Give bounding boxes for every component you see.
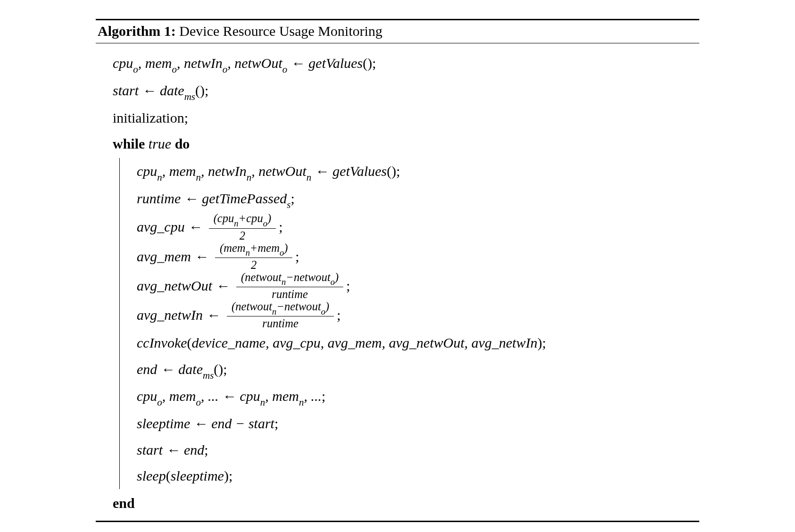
algorithm-header: Algorithm 1: Device Resource Usage Monit…	[96, 20, 699, 43]
algorithm-body: cpuo, memo, netwIno, netwOuto ← getValue…	[96, 43, 699, 521]
while-block: cpun, memn, netwInn, netwOutn ← getValue…	[119, 158, 697, 489]
code-line: ccInvoke(device_name, avg_cpu, avg_mem, …	[137, 330, 697, 356]
algorithm-number: 1	[164, 23, 171, 39]
code-line: runtime ← getTimePasseds;	[137, 185, 697, 213]
code-line: avg_netwIn ← (netwoutn−netwouto) runtime…	[137, 300, 697, 330]
algorithm-block: Algorithm 1: Device Resource Usage Monit…	[96, 19, 699, 522]
code-line: avg_cpu ← (cpun+cpuo) 2 ;	[137, 212, 697, 241]
code-line: while true do	[113, 131, 697, 157]
code-line: sleeptime ← end − start;	[137, 410, 697, 437]
code-line: cpuo, memo, ... ← cpun, memn, ...;	[137, 383, 697, 410]
code-line: avg_mem ← (memn+memo) 2 ;	[137, 242, 697, 271]
algorithm-title: Device Resource Usage Monitoring	[179, 23, 382, 39]
code-line: end ← datems();	[137, 356, 697, 383]
code-line: start ← end;	[137, 437, 697, 463]
bottom-rule	[96, 521, 699, 522]
code-line: cpun, memn, netwInn, netwOutn ← getValue…	[137, 158, 697, 185]
code-line: cpuo, memo, netwIno, netwOuto ← getValue…	[113, 50, 697, 77]
code-line: start ← datems();	[113, 77, 697, 105]
algorithm-label-prefix: Algorithm	[98, 23, 160, 39]
algorithm-label: Algorithm 1:	[98, 23, 176, 39]
code-line: avg_netwOut ← (netwoutn−netwouto) runtim…	[137, 271, 697, 300]
code-line: sleep(sleeptime);	[137, 463, 697, 489]
code-line: initialization;	[113, 105, 697, 131]
code-line: end	[113, 490, 697, 516]
